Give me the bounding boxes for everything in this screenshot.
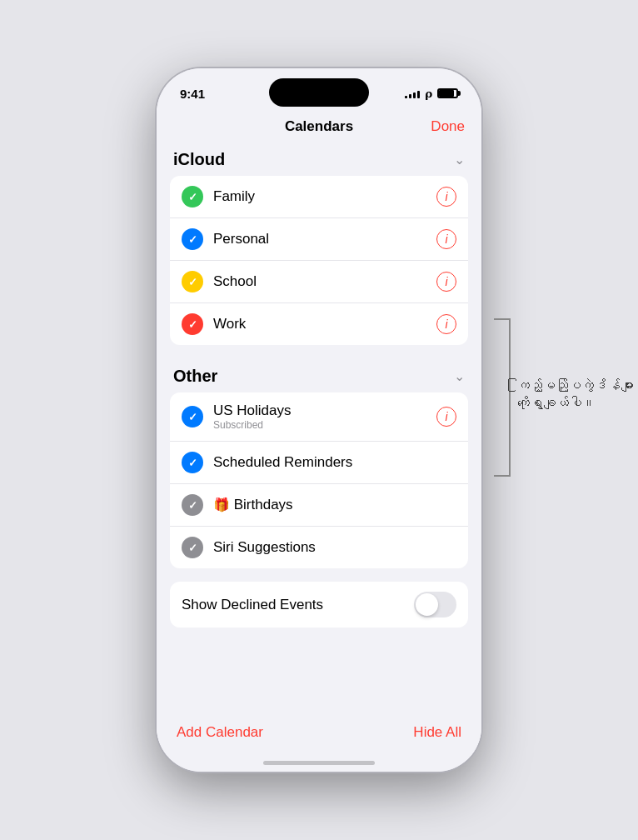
scheduled-reminders-color-dot: ✓	[182, 452, 203, 473]
calendar-item-family[interactable]: ✓ Family i	[170, 176, 468, 218]
us-holidays-label: US Holidays	[213, 402, 426, 419]
show-declined-events-label: Show Declined Events	[182, 597, 323, 613]
calendar-item-birthdays[interactable]: ✓ 🎁 Birthdays	[170, 484, 468, 527]
icloud-section-header[interactable]: iCloud ⌄	[170, 142, 468, 176]
calendar-item-work[interactable]: ✓ Work i	[170, 303, 468, 345]
birthdays-label: 🎁 Birthdays	[213, 497, 456, 513]
home-indicator	[263, 761, 375, 765]
settings-group: Show Declined Events	[170, 582, 468, 628]
toggle-knob	[416, 593, 438, 616]
family-info-button[interactable]: i	[436, 187, 456, 207]
school-info-button[interactable]: i	[436, 272, 456, 292]
add-calendar-button[interactable]: Add Calendar	[177, 724, 263, 741]
wifi-icon: 𝞀	[425, 88, 432, 100]
family-label: Family	[213, 188, 426, 205]
icloud-list-group: ✓ Family i ✓	[170, 176, 468, 345]
school-label: School	[213, 273, 426, 290]
work-color-dot: ✓	[182, 313, 203, 335]
signal-icon	[405, 88, 420, 98]
calendar-item-personal[interactable]: ✓ Personal i	[170, 218, 468, 261]
siri-suggestions-color-dot: ✓	[182, 537, 203, 558]
calendar-list: iCloud ⌄ ✓ Family i	[157, 142, 481, 711]
other-section: Other ⌄ ✓ US Holidays Subscribed	[170, 358, 468, 568]
annotation-text: ကြည့်မည်ပြကွဲဒိန်များကိုရွေးချယ်ပါ။	[517, 318, 636, 412]
annotation-bracket	[494, 318, 511, 477]
other-list-group: ✓ US Holidays Subscribed i ✓	[170, 392, 468, 568]
phone-frame: 9:41 𝞀 Calendars Done	[157, 68, 481, 772]
annotation: ကြည့်မည်ပြကွဲဒိန်များကိုရွေးချယ်ပါ။	[494, 318, 636, 477]
calendar-item-siri-suggestions[interactable]: ✓ Siri Suggestions	[170, 527, 468, 568]
personal-color-dot: ✓	[182, 228, 203, 250]
calendar-item-school[interactable]: ✓ School i	[170, 261, 468, 303]
gift-icon: 🎁	[213, 498, 230, 512]
page-title: Calendars	[285, 118, 353, 135]
icloud-section-title: iCloud	[173, 150, 225, 169]
dynamic-island	[269, 78, 369, 107]
personal-label: Personal	[213, 231, 426, 248]
status-icons: 𝞀	[405, 88, 458, 100]
status-time: 9:41	[180, 87, 205, 101]
us-holidays-info-button[interactable]: i	[436, 407, 456, 427]
personal-info-button[interactable]: i	[436, 229, 456, 249]
other-chevron-icon: ⌄	[454, 368, 465, 384]
scheduled-reminders-label: Scheduled Reminders	[213, 454, 456, 471]
school-color-dot: ✓	[182, 271, 203, 292]
us-holidays-sublabel: Subscribed	[213, 419, 426, 431]
icloud-chevron-icon: ⌄	[454, 152, 465, 168]
icloud-section: iCloud ⌄ ✓ Family i	[170, 142, 468, 345]
family-color-dot: ✓	[182, 186, 203, 208]
work-label: Work	[213, 316, 426, 332]
other-section-header[interactable]: Other ⌄	[170, 358, 468, 392]
done-button[interactable]: Done	[431, 118, 465, 135]
screen-content: Calendars Done iCloud ⌄ ✓	[157, 108, 481, 772]
birthdays-color-dot: ✓	[182, 494, 203, 516]
show-declined-events-toggle[interactable]	[414, 592, 456, 618]
siri-suggestions-label: Siri Suggestions	[213, 539, 456, 556]
show-declined-events-row: Show Declined Events	[170, 582, 468, 628]
hide-all-button[interactable]: Hide All	[413, 724, 461, 741]
us-holidays-color-dot: ✓	[182, 406, 203, 428]
calendar-item-scheduled-reminders[interactable]: ✓ Scheduled Reminders	[170, 442, 468, 484]
calendar-item-us-holidays[interactable]: ✓ US Holidays Subscribed i	[170, 392, 468, 442]
other-section-title: Other	[173, 367, 217, 386]
nav-header: Calendars Done	[157, 108, 481, 142]
bottom-toolbar: Add Calendar Hide All	[157, 711, 481, 761]
work-info-button[interactable]: i	[436, 314, 456, 334]
battery-icon	[437, 88, 458, 98]
